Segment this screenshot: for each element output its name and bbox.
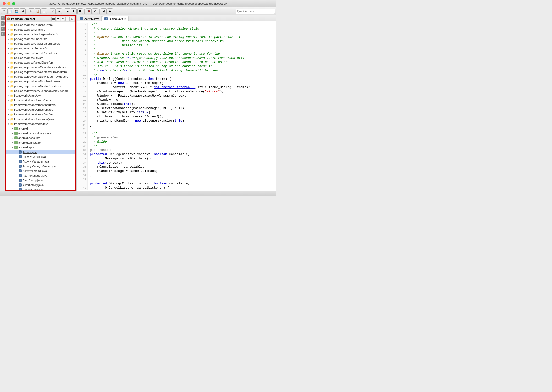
toolbar-btn-5[interactable]: ✂: [29, 8, 34, 14]
pe-minimize-btn[interactable]: ─: [65, 17, 70, 21]
tree-arrow-activity-java[interactable]: [15, 150, 18, 154]
pe-sync-btn[interactable]: ⟳: [56, 17, 60, 21]
tree-item-soundrecorder[interactable]: 📁packages/apps/SoundRecorder/src: [6, 51, 75, 55]
tree-arrow-calendar[interactable]: [7, 66, 10, 69]
toolbar-btn-4[interactable]: 🖨: [20, 8, 26, 14]
tree-item-aliasactivity-java[interactable]: JAliasActivity.java: [6, 183, 75, 187]
tree-arrow-activitythread-java[interactable]: [15, 169, 18, 172]
tree-item-activitythread-java[interactable]: JActivityThread.java: [6, 169, 75, 173]
tree-item-activitymanager-java[interactable]: JActivityManager.java: [6, 159, 75, 164]
minimize-button[interactable]: [7, 2, 10, 5]
tree-item-core-java[interactable]: 📁frameworks/base/core/java: [6, 121, 75, 126]
toolbar-btn-11[interactable]: ⏸: [71, 8, 77, 14]
tab-activity[interactable]: JActivity.java: [78, 16, 102, 21]
toolbar-btn-8[interactable]: ↩: [50, 8, 56, 14]
toolbar-btn-6[interactable]: 📋: [35, 8, 41, 14]
toolbar-btn-1[interactable]: ⬡: [1, 8, 7, 14]
tree-arrow-alarmmanager-java[interactable]: [15, 174, 18, 177]
side-icon-1[interactable]: 日: [1, 16, 5, 20]
tree-item-quicksearch[interactable]: 📁packages/apps/QuickSearchBox/src: [6, 41, 75, 46]
toolbar-btn-14[interactable]: ⚙: [92, 8, 98, 14]
tree-item-alarmmanager-java[interactable]: JAlarmManager.java: [6, 173, 75, 178]
tree-arrow-drm[interactable]: [7, 80, 10, 83]
toolbar-btn-16[interactable]: ▶: [107, 8, 113, 14]
tree-arrow-media[interactable]: [7, 85, 10, 88]
tree-item-telephony[interactable]: 📁packages/providers/TelephonyProvider/sr…: [6, 88, 75, 93]
tree-arrow-application-java[interactable]: [15, 188, 18, 190]
tree-arrow-pkginstaller[interactable]: [7, 33, 10, 36]
tree-item-phone[interactable]: 📁packages/apps/Phone/src: [6, 37, 75, 41]
toolbar-btn-7[interactable]: 📄: [41, 8, 47, 14]
tree-item-alertdialog-java[interactable]: JAlertDialog.java: [6, 178, 75, 183]
tree-item-voicedialer[interactable]: 📁packages/apps/VoiceDialer/src: [6, 60, 75, 65]
tree-item-activity-java[interactable]: JActivity.java: [6, 150, 75, 154]
toolbar-btn-9[interactable]: ↪: [56, 8, 62, 14]
tree-item-media[interactable]: 📁packages/providers/MediaProvider/src: [6, 84, 75, 88]
tree-item-activitygroup-java[interactable]: JActivityGroup.java: [6, 154, 75, 159]
tree-arrow-stk[interactable]: [7, 56, 10, 59]
toolbar-btn-3[interactable]: 💾: [14, 8, 19, 14]
tree-item-drm[interactable]: 📁packages/providers/DrmProvider/src: [6, 79, 75, 84]
tree-item-awt[interactable]: 📁frameworks/base/awt: [6, 93, 75, 98]
tree-arrow-android[interactable]: [11, 127, 14, 130]
side-icon-2[interactable]: 入: [1, 21, 5, 26]
tree-item-activitymanagernative-java[interactable]: JActivityManagerNative.java: [6, 164, 75, 169]
tree-item-launchers[interactable]: 📁packages/apps/Launcher2/src: [6, 23, 75, 27]
tree-arrow-cmds-pm[interactable]: [7, 108, 10, 111]
toolbar-btn-13[interactable]: 🐞: [86, 8, 92, 14]
tree-item-settings[interactable]: 📁packages/apps/Settings/src: [6, 46, 75, 51]
pe-maximize-btn[interactable]: □: [70, 17, 74, 21]
tree-item-android-annotation[interactable]: +android.annotation: [6, 140, 75, 145]
editor-content[interactable]: 1234567891011121314151617181920212223242…: [77, 21, 276, 191]
tree-arrow-mms[interactable]: [7, 28, 10, 31]
window-controls[interactable]: [3, 2, 15, 5]
toolbar-btn-10[interactable]: ▶: [65, 8, 70, 14]
tree-arrow-activitymanagernative-java[interactable]: [15, 165, 18, 168]
tree-arrow-android-accessibility[interactable]: [11, 132, 14, 135]
tree-arrow-launchers[interactable]: [7, 23, 10, 26]
tree-item-download[interactable]: 📁packages/providers/DownloadProvider/src: [6, 74, 75, 79]
tree-item-common-java[interactable]: 📁frameworks/base/common/java: [6, 117, 75, 121]
tree-arrow-android-app[interactable]: [11, 146, 14, 149]
tree-item-application-java[interactable]: JApplication.java: [6, 187, 75, 190]
toolbar-btn-2[interactable]: 📄: [7, 8, 13, 14]
tree-item-pkginstaller[interactable]: 📁packages/apps/PackageInstaller/src: [6, 32, 75, 37]
tree-item-android-accounts[interactable]: +android.accounts: [6, 136, 75, 140]
tree-item-android-app[interactable]: +android.app: [6, 145, 75, 150]
tree-item-cmds-input[interactable]: 📁frameworks/base/cmds/input/src: [6, 103, 75, 107]
tree-arrow-soundrecorder[interactable]: [7, 52, 10, 55]
tree-arrow-voicedialer[interactable]: [7, 61, 10, 64]
tree-item-contacts[interactable]: 📁packages/providers/ContactsProvider/src: [6, 70, 75, 74]
tree-arrow-phone[interactable]: [7, 37, 10, 41]
tree-arrow-quicksearch[interactable]: [7, 42, 10, 45]
tree-arrow-awt[interactable]: [7, 94, 10, 97]
tree-item-stk[interactable]: 📁packages/apps/Stk/src: [6, 55, 75, 60]
close-button[interactable]: [3, 2, 6, 5]
tree-item-android-accessibility[interactable]: +android.accessibilityservice: [6, 131, 75, 136]
side-icon-4[interactable]: 以: [1, 32, 5, 36]
tree-item-android[interactable]: +android: [6, 126, 75, 131]
tree-arrow-common-java[interactable]: [7, 117, 10, 121]
tree-item-cmds-svc[interactable]: 📁frameworks/base/cmds/svc/src: [6, 112, 75, 117]
tree-arrow-aliasactivity-java[interactable]: [15, 183, 18, 187]
tree-arrow-alertdialog-java[interactable]: [15, 179, 18, 182]
pe-collapse-btn[interactable]: ⬛: [51, 17, 56, 21]
tree-arrow-cmds-am[interactable]: [7, 99, 10, 102]
maximize-button[interactable]: [12, 2, 15, 5]
tree-item-cmds-pm[interactable]: 📁frameworks/base/cmds/pm/src: [6, 107, 75, 112]
tree-item-cmds-am[interactable]: 📁frameworks/base/cmds/am/src: [6, 98, 75, 103]
tree-arrow-activitymanager-java[interactable]: [15, 160, 18, 163]
tree-arrow-cmds-svc[interactable]: [7, 113, 10, 116]
tree-arrow-android-annotation[interactable]: [11, 141, 14, 144]
tree-arrow-contacts[interactable]: [7, 70, 10, 74]
tree-arrow-android-accounts[interactable]: [11, 136, 14, 139]
tree-arrow-activitygroup-java[interactable]: [15, 155, 18, 158]
tree-item-calendar[interactable]: 📁packages/providers/CalendarProvider/src: [6, 65, 75, 70]
toolbar-btn-12[interactable]: ⏹: [77, 8, 83, 14]
toolbar-btn-15[interactable]: ◀: [101, 8, 107, 14]
tree-arrow-core-java[interactable]: [7, 122, 10, 125]
tree-arrow-cmds-input[interactable]: [7, 103, 10, 107]
pe-menu-btn[interactable]: ▽: [61, 17, 65, 21]
side-icon-3[interactable]: 写: [1, 27, 5, 31]
tab-dialog[interactable]: JDialog.java✕: [102, 16, 128, 21]
